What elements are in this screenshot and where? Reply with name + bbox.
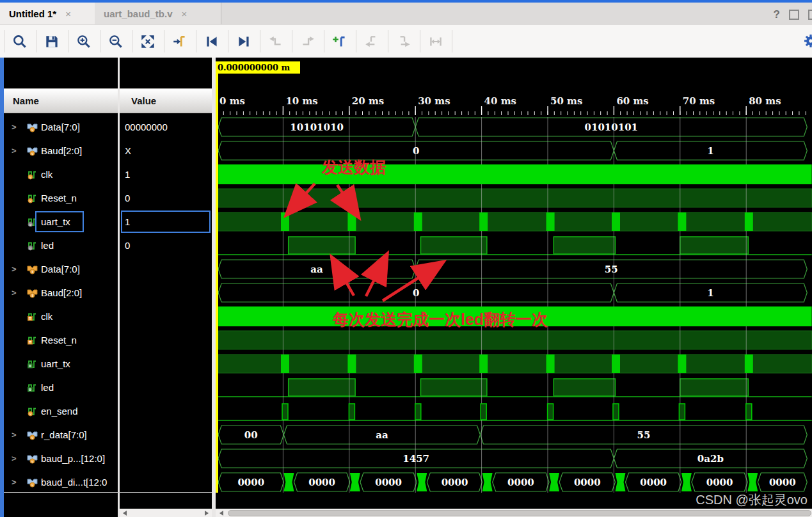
- signal-row-baud-2-0-[interactable]: >vBaud[2:0]: [4, 139, 118, 163]
- signal-value[interactable]: [120, 447, 212, 470]
- time-ruler: 0 ms10 ms20 ms30 ms40 ms50 ms60 ms70 ms8…: [217, 95, 806, 115]
- svg-text:v: v: [31, 151, 33, 155]
- signal-name-label: baud_p...[12:0]: [41, 453, 105, 464]
- toolbar-separator: [324, 30, 324, 52]
- signal-row-clk[interactable]: vclk: [4, 163, 118, 186]
- expand-chevron-icon[interactable]: >: [4, 430, 27, 440]
- toolbar-separator: [452, 30, 452, 52]
- svg-text:发送数据: 发送数据: [321, 158, 386, 176]
- svg-text:v: v: [31, 482, 33, 486]
- svg-text:70 ms: 70 ms: [683, 95, 715, 107]
- value-header-label: Value: [131, 95, 156, 106]
- svg-text:0000: 0000: [769, 477, 796, 488]
- signal-row-baud-2-0-[interactable]: >IBaud[2:0]: [4, 281, 118, 305]
- svg-text:v: v: [29, 175, 31, 179]
- svg-text:0: 0: [413, 287, 419, 299]
- signal-value[interactable]: [120, 257, 212, 281]
- signal-row-reset_n[interactable]: vReset_n: [4, 186, 118, 210]
- scroll-right-icon[interactable]: [205, 511, 209, 516]
- titlebar-icons: ?: [774, 8, 807, 22]
- next-edge-icon[interactable]: [235, 33, 253, 51]
- wave-hscrollbar-thumb[interactable]: [228, 510, 811, 516]
- svg-text:o: o: [29, 246, 31, 250]
- signal-row-baud_p-12-0-[interactable]: >vbaud_p...[12:0]: [4, 447, 118, 470]
- signal-value[interactable]: 00000000: [120, 115, 212, 139]
- scroll-left-icon[interactable]: [219, 511, 223, 516]
- wave-hscrollbar[interactable]: [216, 509, 812, 517]
- expand-chevron-icon[interactable]: >: [4, 454, 27, 463]
- signal-value[interactable]: [120, 305, 212, 328]
- tab-untitled[interactable]: Untitled 1* ×: [0, 3, 95, 24]
- tab-close-icon[interactable]: ×: [63, 8, 79, 19]
- tab-uart-baud-tb[interactable]: uart_baud_tb.v ×: [95, 3, 221, 24]
- signal-row-uart_tx[interactable]: 0uart_tx: [4, 352, 118, 376]
- svg-text:0a2b: 0a2b: [697, 453, 724, 465]
- expand-chevron-icon[interactable]: >: [4, 122, 27, 132]
- signal-name-label: en_send: [41, 406, 78, 417]
- tab-close-icon[interactable]: ×: [179, 8, 195, 19]
- signal-value[interactable]: 0: [120, 234, 212, 257]
- zoom-fit-icon[interactable]: [139, 33, 157, 51]
- signal-value[interactable]: [120, 423, 212, 447]
- bus-blue-icon: v: [27, 122, 38, 132]
- wave-green-badge-icon: 0: [27, 383, 38, 393]
- svg-text:0000: 0000: [507, 477, 534, 488]
- signal-value[interactable]: [120, 328, 212, 352]
- expand-chevron-icon[interactable]: >: [4, 264, 27, 274]
- signal-row-data-7-0-[interactable]: >IData[7:0]: [4, 257, 118, 281]
- marker-span-icon: [427, 33, 445, 51]
- signal-name-label: Data[7:0]: [41, 264, 80, 274]
- signal-row-led[interactable]: oled: [4, 234, 118, 257]
- expand-chevron-icon[interactable]: >: [4, 146, 27, 155]
- toolbar-separator: [4, 30, 4, 52]
- signal-value[interactable]: [120, 470, 212, 494]
- search-icon[interactable]: [11, 33, 29, 51]
- signal-row-led[interactable]: 0led: [4, 376, 118, 399]
- svg-text:1: 1: [707, 145, 713, 157]
- svg-text:v: v: [29, 198, 31, 202]
- svg-text:v: v: [31, 127, 33, 131]
- signal-value[interactable]: [120, 376, 212, 399]
- bus-blue-icon: v: [27, 477, 38, 488]
- signal-value[interactable]: [120, 352, 212, 376]
- previous-edge-icon[interactable]: [203, 33, 221, 51]
- zoom-in-icon[interactable]: [75, 33, 93, 51]
- watermark-text: CSDN @张起灵ovo: [696, 491, 808, 508]
- signal-row-r_data-7-0-[interactable]: >vr_data[7:0]: [4, 423, 118, 447]
- toolbar-separator: [132, 30, 132, 52]
- float-window-icon[interactable]: [789, 10, 799, 20]
- signal-row-reset_n[interactable]: TReset_n: [4, 328, 118, 352]
- value-panel-hscrollbar[interactable]: [120, 509, 212, 517]
- wave-orange-badge-icon: T: [27, 312, 38, 322]
- signal-value[interactable]: 1: [120, 163, 212, 186]
- signal-value[interactable]: [120, 281, 212, 305]
- bus-blue-icon: v: [27, 146, 38, 156]
- signal-value[interactable]: [120, 399, 212, 423]
- help-icon[interactable]: ?: [774, 8, 780, 21]
- wave-orange-dot-icon: v: [27, 406, 38, 417]
- signal-row-baud_di-t-12-0[interactable]: >vbaud_di...t[12:0: [4, 470, 118, 494]
- add-marker-icon[interactable]: [331, 33, 349, 51]
- toolbar-separator: [292, 30, 292, 52]
- wave-green-badge-icon: 0: [27, 359, 38, 369]
- svg-text:1457: 1457: [402, 453, 429, 465]
- time-cursor[interactable]: 0.000000000 m: [216, 61, 300, 493]
- zoom-out-icon[interactable]: [107, 33, 125, 51]
- waveform-canvas[interactable]: 0 ms10 ms20 ms30 ms40 ms50 ms60 ms70 ms8…: [216, 61, 812, 493]
- save-icon[interactable]: [43, 33, 61, 51]
- go-to-cursor-icon[interactable]: [171, 33, 189, 51]
- signal-name-label: Baud[2:0]: [41, 145, 82, 156]
- scroll-left-icon[interactable]: [123, 511, 127, 516]
- expand-chevron-icon[interactable]: >: [4, 288, 27, 298]
- wave-orange-badge-icon: T: [27, 335, 38, 346]
- signal-value[interactable]: X: [120, 139, 212, 163]
- signal-row-data-7-0-[interactable]: >vData[7:0]: [4, 115, 118, 139]
- signal-value[interactable]: 0: [120, 186, 212, 210]
- partial-window-icon[interactable]: [808, 10, 812, 20]
- expand-chevron-icon[interactable]: >: [4, 477, 27, 487]
- signal-row-clk[interactable]: Tclk: [4, 305, 118, 328]
- signal-row-en_send[interactable]: ven_send: [4, 399, 118, 423]
- signal-name-label: uart_tx: [41, 358, 70, 369]
- name-column-header: Name: [4, 88, 118, 113]
- settings-gear-icon[interactable]: [801, 31, 812, 51]
